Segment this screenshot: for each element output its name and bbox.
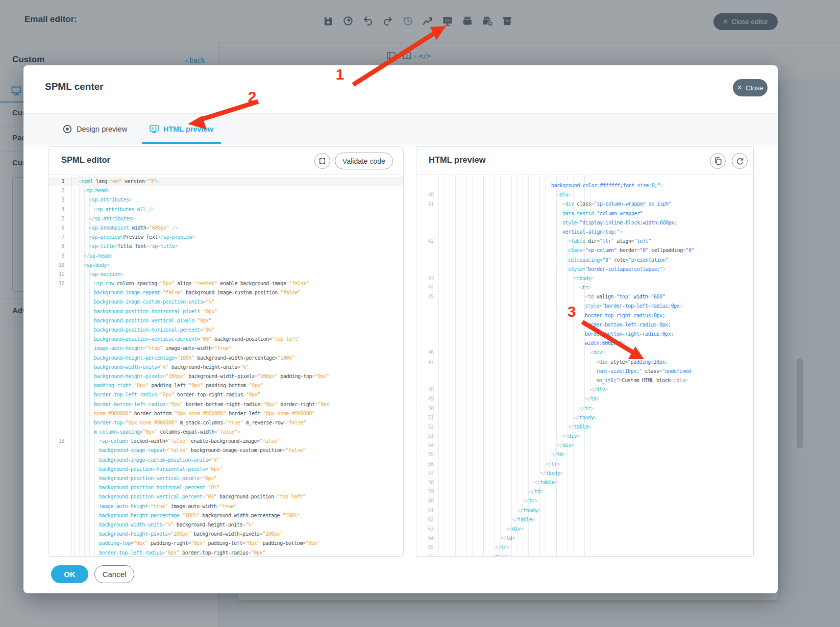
code-row: background-image-repeat="false" backgrou… xyxy=(49,288,403,297)
code-row: cellspacing="0" role="presentation" xyxy=(416,256,753,265)
code-row: 42<table dir="ltr" align="left" xyxy=(416,237,753,246)
code-row: style="border-top-left-radius:0px; xyxy=(416,302,753,311)
code-row: 7<sp-preview>Preview Text</sp-preview> xyxy=(49,233,403,242)
code-row: 43<tbody> xyxy=(416,274,753,283)
code-row: 40<div> xyxy=(416,190,753,199)
code-row: 11<sp-section> xyxy=(49,270,403,279)
eye-icon xyxy=(63,124,72,134)
code-row: 44<tr> xyxy=(416,283,753,292)
code-row: 46<div> xyxy=(416,348,753,357)
code-row: background-position-vertical-percent="0%… xyxy=(49,335,403,344)
active-tab-underline xyxy=(142,142,221,144)
ok-button[interactable]: OK xyxy=(51,565,88,583)
code-row: background-position-horizontal-pixels="0… xyxy=(49,465,403,474)
spml-code-editor[interactable]: 1<spml lang="en" version="3">2<sp-head>3… xyxy=(49,175,403,556)
code-row: 12<sp-row column-spacing="0px" align="ce… xyxy=(49,279,403,288)
cancel-button[interactable]: Cancel xyxy=(94,565,134,583)
code-row: 54</div> xyxy=(416,441,753,450)
code-row: background-image-custom-position-units="… xyxy=(49,456,403,465)
code-row: background-position-vertical-percent="0%… xyxy=(49,492,403,501)
code-row: background-width-units="%" background-he… xyxy=(49,363,403,372)
expand-icon xyxy=(318,157,327,165)
code-row: 51</tbody> xyxy=(416,413,753,422)
code-row: 41<div class="sp-column-wrapper so_isph" xyxy=(416,199,753,209)
code-row: 64</td> xyxy=(416,534,753,543)
monitor-code-icon xyxy=(150,124,159,134)
code-row: 57</tbody> xyxy=(416,469,753,478)
code-row: 63</div> xyxy=(416,524,753,534)
screenshot-root: Email editor: xyxy=(0,0,840,627)
code-row: background-image-custom-position-units="… xyxy=(49,297,403,307)
code-row: 1<spml lang="en" version="3"> xyxy=(49,177,403,186)
code-row: 47<div style="padding:10px; xyxy=(416,358,753,367)
code-row: so_it6j">Custom HTML block</div> xyxy=(416,376,753,385)
code-row: vertical-align:top;"> xyxy=(416,228,753,237)
code-row: 55</td> xyxy=(416,450,753,459)
code-row: data-testid="column-wrapper" xyxy=(416,209,753,218)
code-row: 50</tr> xyxy=(416,404,753,413)
code-row: image-auto-height="true" image-auto-widt… xyxy=(49,344,403,353)
code-row: 59</td> xyxy=(416,487,753,496)
code-row: 45<td valign="top" width="600" xyxy=(416,292,753,302)
code-row: 53</div> xyxy=(416,432,753,441)
code-row: width:600px;"> xyxy=(416,339,753,348)
code-row: 6<sp-breakpoint width="600px" /> xyxy=(49,223,403,233)
code-row: 65</tr> xyxy=(416,543,753,552)
code-row: m_column-spacing="0px" columns-equal-wid… xyxy=(49,428,403,437)
copy-button[interactable] xyxy=(710,153,726,169)
code-row: 2<sp-head> xyxy=(49,186,403,195)
spml-editor-title: SPML editor xyxy=(61,155,110,165)
code-row: style="border-collapse:collapse;"> xyxy=(416,265,753,274)
code-row: border-bottom-right-radius:0px; xyxy=(416,330,753,339)
code-row: 62</table> xyxy=(416,515,753,524)
code-row: background-position-horizonal-percent="0… xyxy=(49,483,403,492)
code-row: background-position-horizontal-pixels="0… xyxy=(49,307,403,316)
code-row: 49</td> xyxy=(416,394,753,404)
spml-center-modal: SPML center × Close Design preview HTML … xyxy=(23,65,778,593)
html-preview-code[interactable]: background-color:#ffffff;font-size:0;">4… xyxy=(416,175,753,556)
tab-html-preview[interactable]: HTML preview xyxy=(150,114,213,144)
code-row: padding-top="0px" padding-right="0px" pa… xyxy=(49,539,403,548)
code-row: border-top-right-radius:0px; xyxy=(416,311,753,320)
modal-tabstrip: Design preview HTML preview xyxy=(23,113,778,144)
validate-code-button[interactable]: Validate code xyxy=(335,153,393,169)
copy-icon xyxy=(714,157,722,165)
code-row: 5</sp-attributes> xyxy=(49,214,403,223)
code-row: 8<sp-title>Title Text</sp-title> xyxy=(49,242,403,251)
code-row: 9</sp-head> xyxy=(49,252,403,261)
modal-close-button[interactable]: × Close xyxy=(733,79,768,96)
code-row: border-top="0px none #000000" m_stack-co… xyxy=(49,418,403,428)
expand-button[interactable] xyxy=(314,153,330,169)
refresh-button[interactable] xyxy=(732,153,748,169)
code-row: background-position-vertical-pixels="0px… xyxy=(49,316,403,325)
code-row: 10<sp-body> xyxy=(49,261,403,270)
code-row: 60</tr> xyxy=(416,496,753,506)
code-row: border-bottom-left-radius="0px" border-b… xyxy=(49,400,403,409)
html-preview-title: HTML preview xyxy=(429,155,486,165)
code-row: image-auto-height="true" image-auto-widt… xyxy=(49,502,403,511)
code-row: 58</table> xyxy=(416,478,753,487)
code-row: background-height-percentage="100%" back… xyxy=(49,354,403,363)
code-row: background-height-percentage="100%" back… xyxy=(49,511,403,520)
html-preview-panel: HTML preview background-color:#ffffff;fo… xyxy=(416,146,754,557)
code-row: 3<sp-attributes> xyxy=(49,195,403,205)
close-icon: × xyxy=(737,84,742,92)
refresh-icon xyxy=(736,157,744,165)
tab-design-preview[interactable]: Design preview xyxy=(63,114,127,144)
code-row: font-size:16px;" class="undefined xyxy=(416,367,753,376)
code-row: 48</div> xyxy=(416,385,753,394)
code-row: none #000000" border-bottom="0px none #0… xyxy=(49,409,403,418)
code-row: 61</tbody> xyxy=(416,506,753,515)
code-row: background-color:#ffffff;font-size:0;"> xyxy=(416,181,753,190)
code-row: 4<sp-attributes-all /> xyxy=(49,205,403,214)
code-row: padding-right="0px" padding-left="0px" p… xyxy=(49,381,403,390)
spml-editor-panel: SPML editor Validate code 1<spml lang="e… xyxy=(48,146,404,557)
modal-title: SPML center xyxy=(45,81,104,92)
code-row: 56</tr> xyxy=(416,460,753,469)
code-row: background-width-units="%" background-he… xyxy=(49,520,403,530)
code-row: border-top-left-radius="0px" border-top-… xyxy=(49,390,403,399)
code-row: 66</tbody> xyxy=(416,553,753,557)
code-row: background-height-pixels="200px" backgro… xyxy=(49,372,403,381)
code-row: background-position-horizonal-percent="0… xyxy=(49,325,403,335)
code-row: 52</table> xyxy=(416,422,753,432)
